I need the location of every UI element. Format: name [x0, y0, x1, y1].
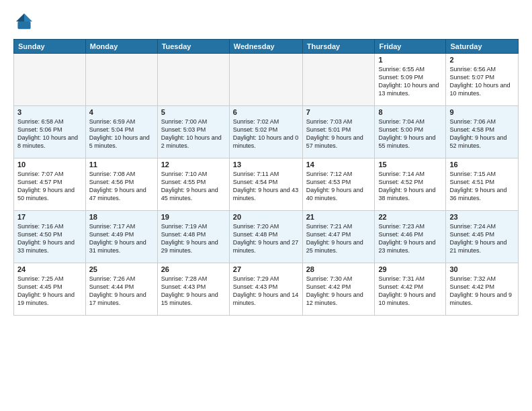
day-number: 21	[306, 213, 371, 221]
calendar-cell: 1Sunrise: 6:55 AM Sunset: 5:09 PM Daylig…	[375, 54, 446, 106]
weekday-header-monday: Monday	[85, 40, 157, 54]
day-number: 23	[449, 213, 515, 221]
calendar-cell: 14Sunrise: 7:12 AM Sunset: 4:53 PM Dayli…	[302, 158, 375, 211]
day-number: 1	[378, 56, 442, 64]
day-number: 13	[233, 161, 299, 169]
day-number: 12	[161, 161, 226, 169]
day-info: Sunrise: 7:25 AM Sunset: 4:45 PM Dayligh…	[17, 275, 82, 308]
calendar-cell	[85, 54, 157, 106]
weekday-header-friday: Friday	[375, 40, 446, 54]
day-number: 5	[161, 108, 226, 116]
day-number: 7	[306, 108, 371, 116]
day-info: Sunrise: 7:31 AM Sunset: 4:42 PM Dayligh…	[378, 275, 442, 308]
svg-marker-0	[24, 13, 32, 21]
calendar-cell: 27Sunrise: 7:29 AM Sunset: 4:43 PM Dayli…	[229, 263, 302, 316]
day-info: Sunrise: 7:04 AM Sunset: 5:00 PM Dayligh…	[378, 118, 442, 150]
day-number: 4	[89, 108, 154, 116]
day-info: Sunrise: 6:59 AM Sunset: 5:04 PM Dayligh…	[89, 118, 154, 150]
day-number: 26	[161, 265, 226, 273]
calendar-cell: 29Sunrise: 7:31 AM Sunset: 4:42 PM Dayli…	[375, 263, 446, 316]
calendar-cell: 13Sunrise: 7:11 AM Sunset: 4:54 PM Dayli…	[229, 158, 302, 211]
day-info: Sunrise: 7:16 AM Sunset: 4:50 PM Dayligh…	[17, 222, 82, 255]
day-info: Sunrise: 7:12 AM Sunset: 4:53 PM Dayligh…	[306, 170, 371, 203]
day-info: Sunrise: 7:28 AM Sunset: 4:43 PM Dayligh…	[161, 275, 226, 308]
calendar-cell: 28Sunrise: 7:30 AM Sunset: 4:42 PM Dayli…	[302, 263, 375, 316]
calendar-cell: 30Sunrise: 7:32 AM Sunset: 4:42 PM Dayli…	[446, 263, 519, 316]
day-number: 14	[306, 161, 371, 169]
weekday-header-saturday: Saturday	[446, 40, 519, 54]
day-number: 8	[378, 108, 442, 116]
day-info: Sunrise: 7:00 AM Sunset: 5:03 PM Dayligh…	[161, 118, 226, 150]
day-number: 3	[17, 108, 82, 116]
day-info: Sunrise: 7:14 AM Sunset: 4:52 PM Dayligh…	[378, 170, 442, 203]
day-number: 9	[449, 108, 515, 116]
logo	[13, 11, 39, 32]
calendar-cell: 10Sunrise: 7:07 AM Sunset: 4:57 PM Dayli…	[14, 158, 86, 211]
calendar-cell: 22Sunrise: 7:23 AM Sunset: 4:46 PM Dayli…	[375, 211, 446, 263]
calendar-cell: 12Sunrise: 7:10 AM Sunset: 4:55 PM Dayli…	[157, 158, 229, 211]
day-number: 30	[449, 265, 515, 273]
calendar-cell: 9Sunrise: 7:06 AM Sunset: 4:58 PM Daylig…	[446, 106, 519, 158]
calendar-cell: 20Sunrise: 7:20 AM Sunset: 4:48 PM Dayli…	[229, 211, 302, 263]
week-row-2: 3Sunrise: 6:58 AM Sunset: 5:06 PM Daylig…	[14, 106, 519, 158]
week-row-1: 1Sunrise: 6:55 AM Sunset: 5:09 PM Daylig…	[14, 54, 519, 106]
day-info: Sunrise: 7:26 AM Sunset: 4:44 PM Dayligh…	[89, 275, 154, 308]
weekday-header-sunday: Sunday	[14, 40, 86, 54]
calendar-cell: 19Sunrise: 7:19 AM Sunset: 4:48 PM Dayli…	[157, 211, 229, 263]
day-number: 24	[17, 265, 82, 273]
weekday-header-tuesday: Tuesday	[157, 40, 229, 54]
day-info: Sunrise: 7:06 AM Sunset: 4:58 PM Dayligh…	[449, 118, 515, 150]
day-info: Sunrise: 7:08 AM Sunset: 4:56 PM Dayligh…	[89, 170, 154, 203]
calendar-cell: 6Sunrise: 7:02 AM Sunset: 5:02 PM Daylig…	[229, 106, 302, 158]
day-info: Sunrise: 7:20 AM Sunset: 4:48 PM Dayligh…	[233, 222, 299, 255]
day-number: 16	[449, 161, 515, 169]
day-number: 27	[233, 265, 299, 273]
calendar-cell: 3Sunrise: 6:58 AM Sunset: 5:06 PM Daylig…	[14, 106, 86, 158]
day-number: 22	[378, 213, 442, 221]
calendar-cell: 7Sunrise: 7:03 AM Sunset: 5:01 PM Daylig…	[302, 106, 375, 158]
calendar-cell: 15Sunrise: 7:14 AM Sunset: 4:52 PM Dayli…	[375, 158, 446, 211]
svg-marker-1	[16, 13, 24, 21]
day-info: Sunrise: 7:21 AM Sunset: 4:47 PM Dayligh…	[306, 222, 371, 255]
day-number: 11	[89, 161, 154, 169]
calendar-cell: 4Sunrise: 6:59 AM Sunset: 5:04 PM Daylig…	[85, 106, 157, 158]
day-number: 10	[17, 161, 82, 169]
calendar-cell: 5Sunrise: 7:00 AM Sunset: 5:03 PM Daylig…	[157, 106, 229, 158]
day-info: Sunrise: 7:15 AM Sunset: 4:51 PM Dayligh…	[449, 170, 515, 203]
calendar-cell: 8Sunrise: 7:04 AM Sunset: 5:00 PM Daylig…	[375, 106, 446, 158]
day-info: Sunrise: 7:19 AM Sunset: 4:48 PM Dayligh…	[161, 222, 226, 255]
calendar-cell: 26Sunrise: 7:28 AM Sunset: 4:43 PM Dayli…	[157, 263, 229, 316]
day-number: 20	[233, 213, 299, 221]
day-info: Sunrise: 7:10 AM Sunset: 4:55 PM Dayligh…	[161, 170, 226, 203]
header	[13, 11, 519, 32]
day-number: 15	[378, 161, 442, 169]
calendar-cell: 2Sunrise: 6:56 AM Sunset: 5:07 PM Daylig…	[446, 54, 519, 106]
calendar-cell: 11Sunrise: 7:08 AM Sunset: 4:56 PM Dayli…	[85, 158, 157, 211]
day-number: 28	[306, 265, 371, 273]
day-info: Sunrise: 7:29 AM Sunset: 4:43 PM Dayligh…	[233, 275, 299, 308]
day-number: 2	[449, 56, 515, 64]
calendar-cell: 18Sunrise: 7:17 AM Sunset: 4:49 PM Dayli…	[85, 211, 157, 263]
calendar-cell	[14, 54, 86, 106]
day-info: Sunrise: 7:32 AM Sunset: 4:42 PM Dayligh…	[449, 275, 515, 308]
calendar-cell	[157, 54, 229, 106]
calendar-cell: 16Sunrise: 7:15 AM Sunset: 4:51 PM Dayli…	[446, 158, 519, 211]
week-row-4: 17Sunrise: 7:16 AM Sunset: 4:50 PM Dayli…	[14, 211, 519, 263]
weekday-header-row: SundayMondayTuesdayWednesdayThursdayFrid…	[14, 40, 519, 54]
logo-icon	[13, 11, 35, 32]
calendar-cell: 21Sunrise: 7:21 AM Sunset: 4:47 PM Dayli…	[302, 211, 375, 263]
day-info: Sunrise: 6:55 AM Sunset: 5:09 PM Dayligh…	[378, 65, 442, 98]
calendar-cell: 23Sunrise: 7:24 AM Sunset: 4:45 PM Dayli…	[446, 211, 519, 263]
calendar-cell: 25Sunrise: 7:26 AM Sunset: 4:44 PM Dayli…	[85, 263, 157, 316]
calendar-cell: 17Sunrise: 7:16 AM Sunset: 4:50 PM Dayli…	[14, 211, 86, 263]
day-number: 25	[89, 265, 154, 273]
day-info: Sunrise: 7:17 AM Sunset: 4:49 PM Dayligh…	[89, 222, 154, 255]
day-number: 6	[233, 108, 299, 116]
day-number: 19	[161, 213, 226, 221]
day-number: 17	[17, 213, 82, 221]
week-row-5: 24Sunrise: 7:25 AM Sunset: 4:45 PM Dayli…	[14, 263, 519, 316]
calendar-cell: 24Sunrise: 7:25 AM Sunset: 4:45 PM Dayli…	[14, 263, 86, 316]
day-number: 29	[378, 265, 442, 273]
svg-rect-2	[17, 21, 30, 29]
week-row-3: 10Sunrise: 7:07 AM Sunset: 4:57 PM Dayli…	[14, 158, 519, 211]
